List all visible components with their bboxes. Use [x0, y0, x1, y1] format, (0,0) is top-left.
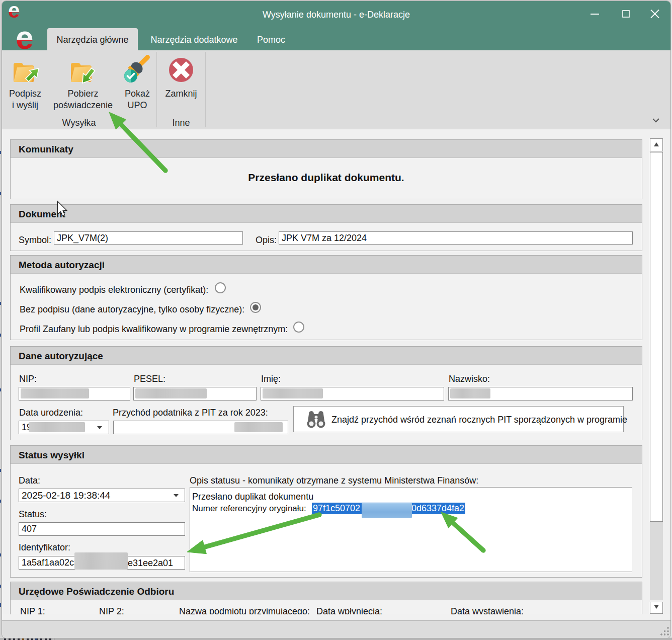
svg-text:e: e: [16, 20, 34, 56]
svg-text:e: e: [8, 0, 20, 22]
